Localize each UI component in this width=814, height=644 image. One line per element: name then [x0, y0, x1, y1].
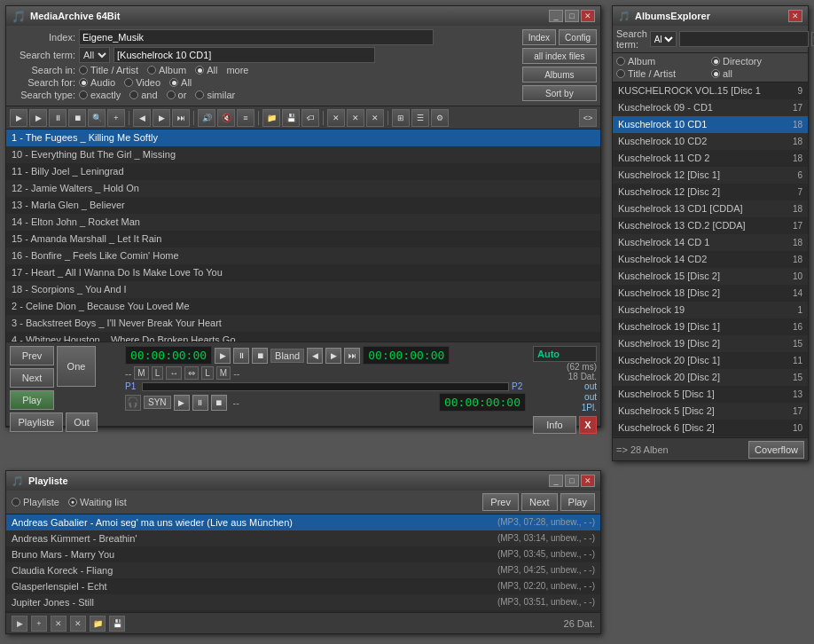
list-item[interactable]: Kuschelrock 10 CD118: [613, 116, 808, 133]
transport-end-btn[interactable]: ⏭: [344, 348, 360, 364]
track-item[interactable]: 18 - Scorpions _ You And I: [6, 281, 600, 298]
tb-eq-btn[interactable]: ≡: [237, 109, 254, 127]
list-item[interactable]: Kuschelrock 14 CD 118: [613, 234, 808, 251]
tb-vol-btn[interactable]: 🔊: [198, 109, 215, 127]
transport-stop-btn[interactable]: ⏹: [252, 348, 268, 364]
search-type-exactly[interactable]: exactly: [79, 90, 121, 100]
l2-btn[interactable]: L: [201, 366, 214, 380]
albums-radio-title-artist[interactable]: Title / Artist: [616, 68, 709, 79]
list-item[interactable]: Kuschelrock 18 [Disc 2]14: [613, 285, 808, 302]
list-item[interactable]: Kuschelrock 5 [Disc 2]17: [613, 403, 808, 420]
track-item[interactable]: 14 - Elton John _ Rocket Man: [6, 214, 600, 231]
list-item[interactable]: Kuschelrock 191: [613, 302, 808, 318]
list-item[interactable]: Andreas Gabalier - Amoi seg' ma uns wied…: [6, 514, 600, 530]
tab-playliste[interactable]: Playliste: [12, 497, 59, 507]
pl-next-btn[interactable]: Next: [521, 493, 558, 511]
track-item[interactable]: 10 - Everything But The Girl _ Missing: [6, 146, 600, 163]
tb-x3-btn[interactable]: ✕: [366, 109, 384, 127]
list-item[interactable]: Bruno Mars - Marry You(MP3, 03:45, unbew…: [6, 546, 600, 562]
albums-close-btn[interactable]: ✕: [788, 10, 802, 22]
list-item[interactable]: Kuschelrock 19 [Disc 2]15: [613, 335, 808, 352]
list-item[interactable]: Glasperlenspiel - Echt(MP3, 02:20, unbew…: [6, 578, 600, 594]
search-type-and[interactable]: and: [129, 90, 157, 100]
close-button[interactable]: ✕: [581, 10, 595, 22]
arrows2-btn[interactable]: ⇔: [184, 366, 199, 380]
pl-play-btn[interactable]: Play: [560, 493, 595, 511]
tb-add-btn[interactable]: +: [107, 109, 125, 127]
tb-mute-btn[interactable]: 🔇: [217, 109, 235, 127]
track-item[interactable]: 16 - Bonfire _ Feels Like Comin' Home: [6, 247, 600, 264]
albums-radio-album[interactable]: Album: [616, 56, 709, 67]
l-btn[interactable]: L: [152, 366, 164, 380]
list-item[interactable]: Klingelton_CSI_NY(MP3, 00:28, unbew., - …: [6, 610, 600, 612]
track-item[interactable]: 17 - Heart _ All I Wanna Do Is Make Love…: [6, 264, 600, 281]
progress-bar[interactable]: [142, 382, 509, 391]
sort-by-button[interactable]: Sort by: [522, 85, 597, 101]
list-item[interactable]: KUSCHELROCK VOL.15 [Disc 19: [613, 82, 808, 99]
syn-pause-btn[interactable]: ⏸: [192, 395, 208, 411]
tb-x2-btn[interactable]: ✕: [347, 109, 364, 127]
track-item[interactable]: 3 - Backstreet Boys _ I'll Never Break Y…: [6, 315, 600, 332]
tb-stop-btn[interactable]: ⏹: [68, 109, 86, 127]
playlist-minimize-btn[interactable]: _: [549, 475, 563, 487]
albums-list[interactable]: KUSCHELROCK VOL.15 [Disc 19Kuschelrock 0…: [613, 82, 808, 437]
tb-next-btn[interactable]: ▶: [153, 109, 170, 127]
prev-button[interactable]: Prev: [10, 346, 54, 365]
list-item[interactable]: Andreas Kümmert - Breathin'(MP3, 03:14, …: [6, 530, 600, 546]
albums-search-select[interactable]: All: [650, 31, 677, 47]
track-list[interactable]: 1 - The Fugees _ Killing Me Softly10 - E…: [6, 130, 600, 342]
list-item[interactable]: Claudia Koreck - Fliang(MP3, 04:25, unbe…: [6, 562, 600, 578]
tb-search-btn[interactable]: 🔍: [88, 109, 106, 127]
playlist-list[interactable]: Andreas Gabalier - Amoi seg' ma uns wied…: [6, 514, 600, 612]
syn-stop-btn[interactable]: ⏹: [211, 395, 227, 411]
index-button[interactable]: Index: [522, 29, 556, 45]
list-item[interactable]: Kuschelrock 14 CD218: [613, 251, 808, 268]
playlist-button[interactable]: Playliste: [10, 412, 63, 432]
search-in-title-artist[interactable]: Title / Artist: [79, 65, 138, 75]
list-item[interactable]: Kuschelrock 09 - CD117: [613, 99, 808, 116]
list-item[interactable]: Kuschelrock 13 CD.2 [CDDA]17: [613, 217, 808, 234]
list-item[interactable]: Kuschelrock 10 CD218: [613, 133, 808, 150]
list-item[interactable]: Kuschelrock 13 CD1 [CDDA]18: [613, 200, 808, 217]
transport-pause-btn[interactable]: ⏸: [233, 348, 249, 364]
syn-play-btn[interactable]: ▶: [174, 395, 190, 411]
close-x-button[interactable]: X: [579, 416, 597, 434]
arrows-btn[interactable]: ↔: [166, 366, 182, 380]
search-term-all-select[interactable]: All: [79, 47, 110, 63]
search-in-all[interactable]: All: [195, 65, 217, 75]
headphones-icon[interactable]: 🎧: [125, 395, 141, 411]
next-button[interactable]: Next: [10, 368, 54, 388]
list-item[interactable]: Kuschelrock 20 [Disc 2]15: [613, 369, 808, 386]
track-item[interactable]: 1 - The Fugees _ Killing Me Softly: [6, 130, 600, 146]
pl-icon-save[interactable]: 💾: [109, 616, 125, 632]
maximize-button[interactable]: □: [565, 10, 579, 22]
pl-icon-folder[interactable]: 📁: [90, 616, 106, 632]
tb-x1-btn[interactable]: ✕: [327, 109, 345, 127]
m-btn[interactable]: M: [134, 366, 148, 380]
search-in-album[interactable]: Album: [147, 65, 186, 75]
track-item[interactable]: 15 - Amanda Marshall _ Let It Rain: [6, 231, 600, 247]
playlist-close-btn[interactable]: ✕: [581, 475, 595, 487]
track-item[interactable]: 13 - Marla Glen _ Believer: [6, 197, 600, 214]
transport-prev-btn[interactable]: ◀: [307, 348, 323, 364]
tb-expand-btn[interactable]: <>: [579, 109, 597, 127]
pl-icon-add[interactable]: +: [31, 616, 47, 632]
list-item[interactable]: Kuschelrock 19 [Disc 1]16: [613, 318, 808, 335]
track-item[interactable]: 11 - Billy Joel _ Leningrad: [6, 163, 600, 180]
list-item[interactable]: Kuschelrock 6 [Disc 2]10: [613, 420, 808, 436]
track-item[interactable]: 12 - Jamie Walters _ Hold On: [6, 180, 600, 197]
list-item[interactable]: Jupiter Jones - Still(MP3, 03:51, unbew.…: [6, 594, 600, 610]
list-item[interactable]: Kuschelrock 5 [Disc 1]13: [613, 386, 808, 403]
pl-prev-btn[interactable]: Prev: [482, 493, 519, 511]
albums-search-input[interactable]: [679, 31, 809, 47]
list-item[interactable]: Kuschelrock 20 [Disc 1]11: [613, 352, 808, 369]
search-for-all[interactable]: All: [169, 77, 192, 88]
search-for-audio[interactable]: Audio: [79, 77, 115, 88]
tb-pause-btn[interactable]: ⏸: [49, 109, 67, 127]
tb-grid-btn[interactable]: ⊞: [392, 109, 410, 127]
albums-radio-directory[interactable]: Directory: [711, 56, 804, 67]
tb-skip-btn[interactable]: ⏭: [172, 109, 190, 127]
play-button[interactable]: Play: [10, 390, 54, 410]
search-type-similar[interactable]: similar: [195, 90, 235, 100]
playlist-maximize-btn[interactable]: □: [565, 475, 579, 487]
